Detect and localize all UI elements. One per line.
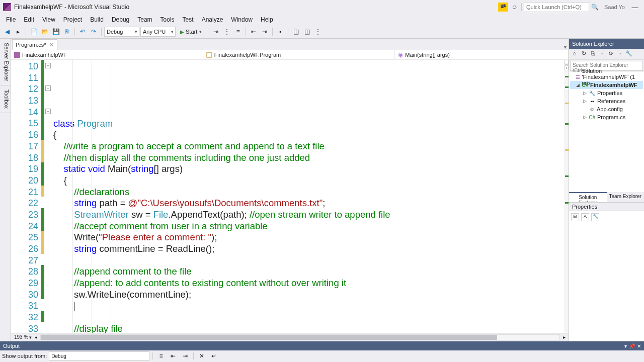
- minimize-button[interactable]: —: [629, 4, 641, 11]
- out-icon[interactable]: ≡: [156, 351, 166, 361]
- doc-tab-program[interactable]: Program.cs* ✕: [12, 39, 57, 50]
- out-icon[interactable]: ⇥: [180, 351, 190, 361]
- undo-button[interactable]: ↶: [77, 27, 88, 37]
- horizontal-scrollbar[interactable]: [40, 334, 560, 340]
- server-explorer-tab[interactable]: Server Explorer: [0, 39, 11, 85]
- cs-file-icon: C#: [589, 114, 596, 121]
- menu-test[interactable]: Test: [179, 15, 198, 25]
- team-explorer-tab[interactable]: Team Explorer: [607, 192, 645, 202]
- references-node[interactable]: ▷▪▪References: [570, 97, 643, 105]
- properties-toolbar: ⊞ A 🔧: [569, 211, 644, 223]
- menu-tools[interactable]: Tools: [156, 15, 179, 25]
- title-bar: FinalexamhelpWF - Microsoft Visual Studi…: [0, 0, 644, 14]
- document-tabs: Program.cs* ✕ ▾: [11, 39, 569, 50]
- menu-build[interactable]: Build: [86, 15, 108, 25]
- menu-team[interactable]: Team: [133, 15, 156, 25]
- wrap-icon[interactable]: ↵: [209, 351, 219, 361]
- feedback-icon[interactable]: ☺: [510, 3, 519, 12]
- tb-icon[interactable]: ◫: [291, 27, 301, 37]
- pin-icon[interactable]: 📌: [629, 343, 635, 349]
- indent-button[interactable]: ⇥: [260, 27, 270, 37]
- alpha-icon[interactable]: A: [581, 213, 589, 221]
- programcs-node[interactable]: ▷C#Program.cs: [570, 113, 643, 121]
- menu-project[interactable]: Project: [59, 15, 86, 25]
- categorize-icon[interactable]: ⊞: [571, 213, 579, 221]
- start-button[interactable]: ▶Start▾: [177, 27, 205, 37]
- refresh-icon[interactable]: ⟳: [607, 50, 615, 58]
- method-icon: ◉: [398, 51, 403, 58]
- menu-edit[interactable]: Edit: [20, 15, 38, 25]
- clear-icon[interactable]: ✕: [197, 351, 207, 361]
- properties-panel-title: Properties: [569, 202, 644, 211]
- menu-view[interactable]: View: [38, 15, 59, 25]
- nav-method-dropdown[interactable]: ◉Main(string[] args): [395, 50, 569, 59]
- prop-icon[interactable]: 🔧: [591, 213, 599, 221]
- home-icon[interactable]: ⌂: [571, 50, 579, 58]
- comment-button[interactable]: ▪: [275, 27, 285, 37]
- window-title: FinalexamhelpWF - Microsoft Visual Studi…: [14, 4, 129, 11]
- project-node[interactable]: ◢C#FinalexamhelpWF: [570, 81, 643, 89]
- properties-icon[interactable]: 🔧: [625, 50, 633, 58]
- outdent-button[interactable]: ⇤: [249, 27, 259, 37]
- tbi-icon[interactable]: ⎘: [589, 50, 597, 58]
- platform-dropdown[interactable]: Any CPU: [140, 27, 176, 37]
- nav-project-dropdown[interactable]: FinalexamhelpWF: [11, 50, 203, 59]
- expand-icon[interactable]: ▫: [565, 65, 569, 70]
- toolbar: ◀ ▸ 📄 📂 💾 ⎘ ↶ ↷ Debug Any CPU ▶Start▾ ⇥ …: [0, 25, 644, 39]
- nav-class-dropdown[interactable]: FinalexamhelpWF.Program: [203, 50, 395, 59]
- dropdown-icon[interactable]: ▾: [624, 343, 627, 349]
- menu-help[interactable]: Help: [257, 15, 277, 25]
- redo-button[interactable]: ↷: [89, 27, 99, 37]
- tbi-icon[interactable]: ◦: [598, 50, 606, 58]
- output-source-dropdown[interactable]: Debug: [49, 351, 149, 360]
- search-icon[interactable]: 🔍: [591, 4, 599, 11]
- save-button[interactable]: 💾: [51, 27, 61, 37]
- csproj-icon: [14, 52, 20, 58]
- user-name[interactable]: Saad Yo: [604, 4, 625, 10]
- editor-footer: 193 % ▾ ◂ ▸: [11, 333, 569, 341]
- menu-analyze[interactable]: Analyze: [198, 15, 227, 25]
- fold-column[interactable]: −−−: [44, 60, 53, 333]
- code-content[interactable]: class Program{ //write a program to acce…: [53, 60, 565, 333]
- toolbox-tab[interactable]: Toolbox: [0, 85, 11, 113]
- save-all-button[interactable]: ⎘: [62, 27, 72, 37]
- solution-node[interactable]: ☰Solution 'FinalexamhelpWF' (1 pro: [570, 73, 643, 81]
- tbi-icon[interactable]: ▫: [616, 50, 624, 58]
- close-icon[interactable]: ✕: [637, 343, 641, 349]
- appconfig-node[interactable]: ⚙App.config: [570, 105, 643, 113]
- tb-icon[interactable]: ⋮: [222, 27, 232, 37]
- output-panel: Output ▾📌✕ Show output from: Debug ≡ ⇤ ⇥…: [0, 341, 644, 362]
- tb-icon[interactable]: ≡: [233, 27, 243, 37]
- notification-icon[interactable]: 🏴: [498, 3, 508, 12]
- solution-explorer-title: Solution Explorer: [569, 39, 644, 49]
- solution-tree[interactable]: ☰Solution 'FinalexamhelpWF' (1 pro ◢C#Fi…: [569, 72, 644, 192]
- sync-icon[interactable]: ↻: [580, 50, 588, 58]
- split-icon[interactable]: –: [565, 60, 569, 65]
- scroll-map[interactable]: – ▫: [565, 60, 569, 333]
- close-icon[interactable]: ✕: [49, 42, 54, 48]
- output-from-label: Show output from:: [2, 353, 47, 359]
- menu-file[interactable]: File: [2, 15, 20, 25]
- zoom-level[interactable]: 193 %: [14, 334, 28, 340]
- new-project-button[interactable]: 📄: [29, 27, 39, 37]
- step-button[interactable]: ⇥: [211, 27, 221, 37]
- quick-launch-input[interactable]: Quick Launch (Ctrl+Q): [524, 2, 589, 12]
- class-icon: [206, 52, 212, 58]
- solution-explorer-tab[interactable]: Solution Explorer: [569, 192, 607, 202]
- forward-button[interactable]: ▸: [13, 27, 23, 37]
- solution-explorer: Solution Explorer ⌂ ↻ ⎘ ◦ ⟳ ▫ 🔧 Search S…: [569, 39, 644, 341]
- config-dropdown[interactable]: Debug: [104, 27, 139, 37]
- back-button[interactable]: ◀: [2, 27, 12, 37]
- tb-icon[interactable]: ⋮: [313, 27, 323, 37]
- properties-node[interactable]: ▷🔧Properties: [570, 89, 643, 97]
- output-title: Output: [3, 343, 20, 349]
- menu-debug[interactable]: Debug: [108, 15, 133, 25]
- open-button[interactable]: 📂: [40, 27, 50, 37]
- solution-toolbar: ⌂ ↻ ⎘ ◦ ⟳ ▫ 🔧: [569, 49, 644, 60]
- out-icon[interactable]: ⇤: [168, 351, 178, 361]
- code-editor[interactable]: 1011121314151617181920212223242526272829…: [11, 60, 569, 333]
- menu-window[interactable]: Window: [227, 15, 257, 25]
- tab-overflow-icon[interactable]: ▾: [564, 44, 569, 50]
- tb-icon[interactable]: ◫: [302, 27, 312, 37]
- nav-bar: FinalexamhelpWF FinalexamhelpWF.Program …: [11, 50, 569, 60]
